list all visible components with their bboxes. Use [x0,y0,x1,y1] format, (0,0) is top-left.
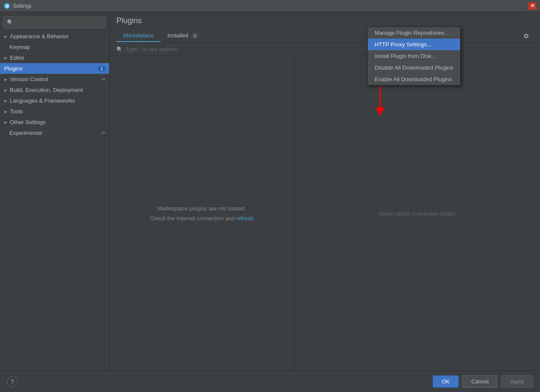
arrow-icon: ▶ [4,34,7,39]
refresh-link[interactable]: refresh [236,215,253,222]
sidebar-item-label: Experimental [9,130,42,136]
sidebar-item-build[interactable]: ▶ Build, Execution, Deployment [0,85,109,95]
tab-marketplace[interactable]: Marketplace [116,30,161,42]
tab-installed[interactable]: Installed 1 [161,30,205,42]
dropdown-item-manage-repos[interactable]: Manage Plugin Repositories... [368,27,460,39]
sidebar-item-appearance[interactable]: ▶ Appearance & Behavior [0,31,109,42]
arrow-icon: ▶ [4,120,7,125]
sidebar-item-label: Keymap [9,44,30,50]
sidebar-item-experimental[interactable]: Experimental ✏ [0,128,109,138]
arrow-icon: ▶ [4,109,7,114]
sidebar-item-editor[interactable]: ▶ Editor [0,52,109,63]
dropdown-item-install-disk[interactable]: Install Plugin from Disk... [368,50,460,62]
sidebar-item-label: Plugins [4,65,23,72]
check-internet-text: Check the internet connection and [150,215,236,222]
edit-icon: ✏ [101,76,106,82]
bottom-bar: ? OK Cancel Apply [0,371,540,392]
edit-icon: ✏ [101,130,106,136]
sidebar-item-label: Version Control [10,76,48,82]
content-area: Plugins Marketplace Installed 1 ⚙ 🔍 [110,12,540,371]
search-icon: 🔍 [7,19,13,25]
installed-badge: 1 [192,33,198,38]
arrow-icon: ▶ [4,77,7,82]
window-title: Settings [13,3,528,9]
sidebar-item-tools[interactable]: ▶ Tools [0,106,109,117]
plugins-badge: 1 [98,66,106,72]
arrow-icon: ▶ [4,99,7,103]
sidebar-item-plugins[interactable]: Plugins 1 [0,63,109,74]
sidebar-item-label: Languages & Frameworks [10,97,75,104]
title-bar: ⚙ Settings ✕ [0,0,540,12]
svg-text:⚙: ⚙ [5,4,9,9]
close-button[interactable]: ✕ [528,2,537,10]
plugins-title: Plugins [116,16,533,25]
cancel-button[interactable]: Cancel [462,375,497,388]
arrow-icon: ▶ [4,56,7,60]
tabs-row: Marketplace Installed 1 ⚙ [116,30,533,42]
sidebar-item-label: Tools [10,108,23,115]
select-plugin-text: Select plugin to preview details [379,210,456,217]
dropdown-item-enable-all[interactable]: Enable All Downloaded Plugins [368,73,460,85]
gear-button[interactable]: ⚙ [519,30,533,42]
sidebar: 🔍 ▶ Appearance & Behavior Keymap ▶ Edito… [0,12,110,371]
app-icon: ⚙ [3,3,10,9]
sidebar-item-label: Editor [10,55,24,61]
sidebar-search-box[interactable]: 🔍 [3,16,106,28]
dropdown-item-http-proxy[interactable]: HTTP Proxy Settings... [368,39,460,50]
search-icon: 🔍 [116,46,123,52]
not-loaded-text: Marketplace plugins are not loaded. [158,205,246,212]
sidebar-item-label: Appearance & Behavior [10,33,69,40]
sidebar-item-label: Other Settings [10,119,46,125]
tab-installed-label: Installed [168,32,188,39]
plugin-list-panel: Marketplace plugins are not loaded. Chec… [110,56,294,371]
plugin-list-message: Marketplace plugins are not loaded. Chec… [150,204,253,224]
tab-marketplace-label: Marketplace [123,32,154,39]
dropdown-item-disable-all[interactable]: Disable All Downloaded Plugins [368,62,460,73]
plugin-search-input[interactable] [125,46,533,52]
gear-icon: ⚙ [523,32,529,40]
ok-button[interactable]: OK [433,375,459,388]
apply-button[interactable]: Apply [501,375,533,388]
sidebar-item-languages[interactable]: ▶ Languages & Frameworks [0,95,109,106]
sidebar-item-version-control[interactable]: ▶ Version Control ✏ [0,74,109,85]
plugin-header: Plugins Marketplace Installed 1 ⚙ [110,12,540,43]
plugin-preview-panel: Select plugin to preview details [294,56,540,371]
help-button[interactable]: ? [7,376,18,387]
sidebar-item-other[interactable]: ▶ Other Settings [0,117,109,128]
plugin-content: Marketplace plugins are not loaded. Chec… [110,56,540,371]
arrow-icon: ▶ [4,88,7,92]
sidebar-item-label: Build, Execution, Deployment [10,87,83,93]
dropdown-menu: Manage Plugin Repositories... HTTP Proxy… [367,27,461,85]
sidebar-item-keymap[interactable]: Keymap [0,42,109,52]
help-icon: ? [11,378,15,385]
plugin-search-bar[interactable]: 🔍 [110,43,540,56]
